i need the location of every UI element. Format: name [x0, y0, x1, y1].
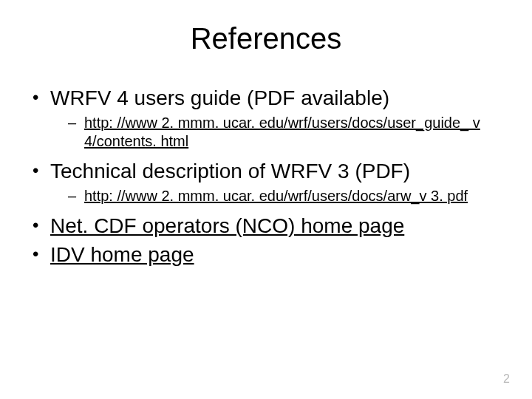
sub-list: http: //www 2. mmm. ucar. edu/wrf/users/…	[50, 187, 505, 205]
page-number: 2	[503, 372, 510, 386]
reference-list: WRFV 4 users guide (PDF available) http:…	[27, 85, 505, 267]
sub-list: http: //www 2. mmm. ucar. edu/wrf/users/…	[50, 114, 505, 151]
reference-link[interactable]: IDV home page	[50, 243, 194, 266]
sub-list-item: http: //www 2. mmm. ucar. edu/wrf/users/…	[68, 187, 505, 205]
list-item: Net. CDF operators (NCO) home page	[33, 213, 505, 239]
reference-link[interactable]: Net. CDF operators (NCO) home page	[50, 214, 404, 237]
reference-link[interactable]: http: //www 2. mmm. ucar. edu/wrf/users/…	[84, 115, 480, 149]
sub-list-item: http: //www 2. mmm. ucar. edu/wrf/users/…	[68, 114, 505, 151]
slide-title: References	[27, 22, 505, 55]
reference-link[interactable]: http: //www 2. mmm. ucar. edu/wrf/users/…	[84, 188, 468, 204]
list-item: Technical description of WRFV 3 (PDF) ht…	[33, 158, 505, 205]
list-item-text: Technical description of WRFV 3 (PDF)	[50, 160, 410, 183]
list-item: IDV home page	[33, 242, 505, 267]
list-item: WRFV 4 users guide (PDF available) http:…	[33, 85, 505, 151]
list-item-text: WRFV 4 users guide (PDF available)	[50, 86, 389, 109]
